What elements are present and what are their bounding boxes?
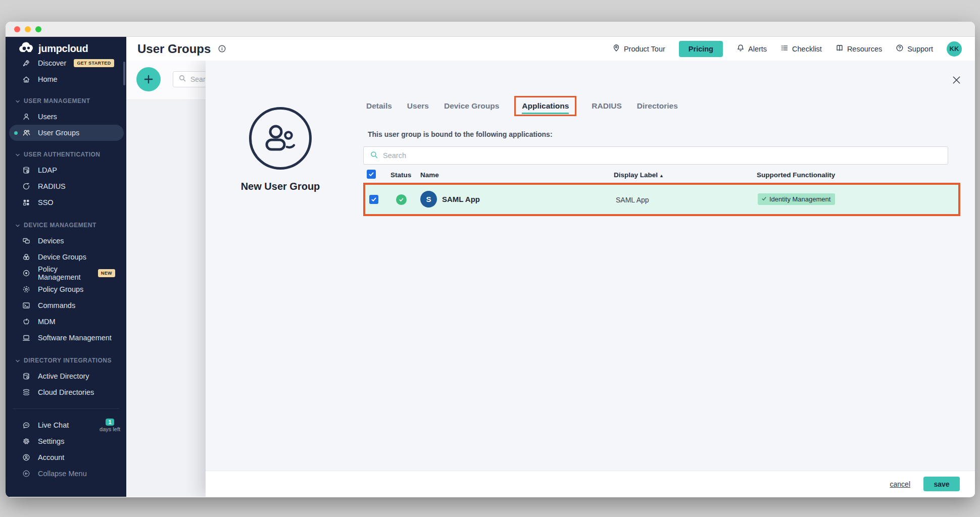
- sidebar-item-label: Home: [38, 75, 58, 83]
- gear-icon: [22, 437, 30, 445]
- row-checkbox[interactable]: [369, 195, 378, 204]
- user-avatar[interactable]: KK: [947, 41, 962, 57]
- select-all-checkbox[interactable]: [367, 170, 376, 179]
- panel-tabs: Details Users Device Groups Applications…: [366, 96, 678, 116]
- functionality-badge: Identity Management: [758, 193, 835, 205]
- grid-icon: [22, 198, 30, 206]
- sidebar-item-label: Software Management: [38, 334, 112, 342]
- group-name: New User Group: [220, 181, 341, 192]
- apple-icon: [22, 318, 30, 326]
- sidebar-item-policy-management[interactable]: Policy Management NEW: [6, 265, 126, 281]
- sidebar-item-collapse-menu[interactable]: Collapse Menu: [6, 466, 126, 482]
- directory-database-icon: [22, 372, 30, 380]
- logo-text: jumpcloud: [38, 43, 88, 55]
- column-header-status[interactable]: Status: [390, 171, 411, 179]
- resources-button[interactable]: Resources: [836, 44, 882, 54]
- applications-search-input[interactable]: [383, 151, 948, 160]
- sidebar-item-label: Policy Management: [38, 265, 90, 281]
- sidebar-item-live-chat[interactable]: Live Chat 1 days left: [6, 417, 126, 433]
- panel-footer: cancel save: [206, 471, 975, 497]
- sidebar-item-label: Settings: [38, 437, 64, 445]
- sidebar: jumpcloud Discover GET STARTED Home USER…: [6, 37, 126, 497]
- column-header-display-label[interactable]: Display Label▲: [614, 171, 664, 179]
- close-icon[interactable]: [950, 74, 962, 86]
- sidebar-item-mdm[interactable]: MDM: [6, 314, 126, 330]
- tab-directories[interactable]: Directories: [637, 101, 678, 115]
- bound-applications-text: This user group is bound to the followin…: [368, 130, 553, 138]
- sidebar-item-home[interactable]: Home: [6, 71, 126, 87]
- checklist-button[interactable]: Checklist: [780, 44, 822, 54]
- tab-users[interactable]: Users: [407, 101, 429, 115]
- get-started-badge: GET STARTED: [74, 59, 114, 67]
- user-icon: [22, 113, 30, 121]
- user-group-icon: [22, 129, 30, 137]
- alerts-button[interactable]: Alerts: [737, 44, 767, 54]
- sidebar-item-settings[interactable]: Settings: [6, 433, 126, 449]
- close-window-button[interactable]: [14, 26, 20, 32]
- content-area: New User Group Details Users Device Grou…: [126, 61, 975, 497]
- book-icon: [836, 44, 844, 54]
- chevron-down-icon: [16, 357, 20, 364]
- sidebar-item-label: MDM: [38, 318, 56, 326]
- orbit-icon: [22, 285, 30, 293]
- annotation-box-app-row: S SAML App SAML App Identity Management: [363, 183, 960, 216]
- tab-details[interactable]: Details: [366, 101, 392, 115]
- sidebar-item-label: SSO: [38, 198, 54, 206]
- product-tour-button[interactable]: Product Tour: [612, 44, 665, 54]
- sidebar-item-label: Live Chat: [38, 421, 69, 429]
- sidebar-item-radius[interactable]: RADIUS: [6, 178, 126, 194]
- sidebar-item-label: Users: [38, 113, 57, 121]
- laptop-icon: [22, 334, 30, 342]
- sidebar-item-label: LDAP: [38, 166, 57, 174]
- app-window: jumpcloud Discover GET STARTED Home USER…: [6, 22, 975, 497]
- page-title: User Groups: [137, 42, 211, 56]
- sidebar-item-account[interactable]: Account: [6, 449, 126, 466]
- section-device-management[interactable]: DEVICE MANAGEMENT: [6, 218, 126, 233]
- tab-applications[interactable]: Applications: [522, 101, 569, 114]
- sidebar-item-software-management[interactable]: Software Management: [6, 330, 126, 346]
- table-row-saml-app[interactable]: S SAML App SAML App Identity Management: [365, 185, 958, 214]
- section-directory-integrations[interactable]: DIRECTORY INTEGRATIONS: [6, 353, 126, 368]
- question-circle-icon: [896, 44, 904, 54]
- radius-icon: [22, 182, 30, 190]
- support-button[interactable]: Support: [896, 44, 933, 54]
- collapse-arrow-icon: [22, 470, 30, 478]
- sidebar-item-commands[interactable]: Commands: [6, 297, 126, 314]
- sidebar-item-label: Account: [38, 453, 64, 461]
- add-user-group-button[interactable]: [136, 67, 161, 91]
- zoom-window-button[interactable]: [35, 26, 41, 32]
- sidebar-item-discover[interactable]: Discover GET STARTED: [6, 55, 126, 71]
- pricing-button[interactable]: Pricing: [679, 41, 723, 57]
- chevron-down-icon: [16, 222, 20, 229]
- sidebar-item-devices[interactable]: Devices: [6, 233, 126, 249]
- database-icon: [22, 166, 30, 174]
- sidebar-item-sso[interactable]: SSO: [6, 194, 126, 211]
- column-header-name[interactable]: Name: [420, 171, 439, 179]
- sidebar-item-ldap[interactable]: LDAP: [6, 162, 126, 178]
- cloud-logo-icon: [18, 42, 35, 55]
- sidebar-item-cloud-directories[interactable]: Cloud Directories: [6, 384, 126, 400]
- tab-device-groups[interactable]: Device Groups: [444, 101, 499, 115]
- user-group-panel: New User Group Details Users Device Grou…: [206, 61, 975, 497]
- column-header-functionality[interactable]: Supported Functionality: [757, 171, 835, 179]
- save-button[interactable]: save: [923, 477, 960, 491]
- user-group-badge-icon: [249, 107, 312, 170]
- sidebar-item-active-directory[interactable]: Active Directory: [6, 368, 126, 384]
- sidebar-item-users[interactable]: Users: [6, 109, 126, 125]
- minimize-window-button[interactable]: [25, 26, 31, 32]
- sidebar-item-label: Active Directory: [38, 372, 89, 380]
- venn-circles-icon: [22, 253, 30, 261]
- chat-bubble-icon: [22, 421, 30, 429]
- jumpcloud-logo: jumpcloud: [6, 42, 126, 55]
- chevron-down-icon: [16, 151, 20, 158]
- section-user-management[interactable]: USER MANAGEMENT: [6, 93, 126, 109]
- sidebar-item-user-groups[interactable]: User Groups: [9, 125, 124, 141]
- applications-search-box[interactable]: [363, 146, 948, 165]
- cancel-button[interactable]: cancel: [890, 480, 910, 488]
- account-circle-icon: [22, 453, 30, 461]
- sidebar-item-policy-groups[interactable]: Policy Groups: [6, 281, 126, 297]
- info-icon[interactable]: [218, 44, 226, 53]
- tab-radius[interactable]: RADIUS: [592, 101, 621, 115]
- sidebar-item-device-groups[interactable]: Device Groups: [6, 249, 126, 265]
- section-user-authentication[interactable]: USER AUTHENTICATION: [6, 147, 126, 162]
